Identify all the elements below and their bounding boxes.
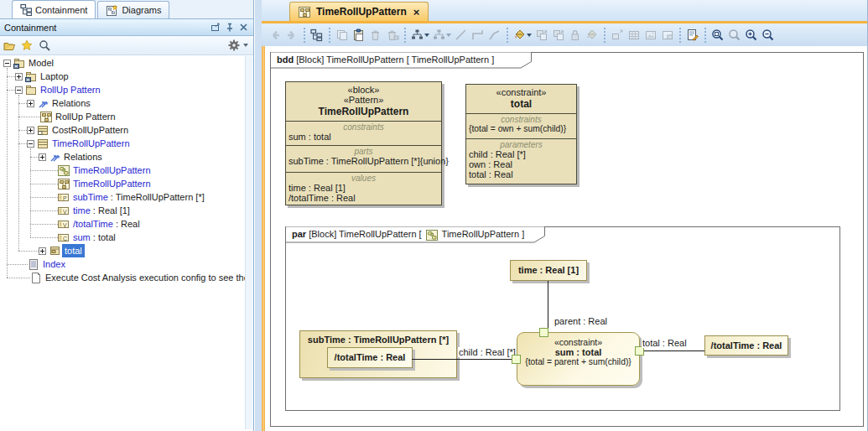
part-subtime[interactable]: subTime : TimeRollUpPattern [*] /totalTi… (299, 330, 457, 378)
to-front-icon[interactable] (533, 27, 550, 44)
package-icon (25, 70, 37, 82)
tree-item-rollup-pattern-pkg[interactable]: RollUp Pattern (0, 83, 245, 96)
float-icon[interactable] (209, 23, 221, 33)
route-icon[interactable] (431, 27, 448, 44)
expand-expander[interactable] (27, 127, 34, 134)
diagram-window: TimeRollUpPattern × (262, 0, 868, 431)
delete-from-model-icon[interactable] (384, 27, 401, 44)
window-icon[interactable] (659, 27, 676, 44)
tree-item-total-selected[interactable]: total (0, 244, 245, 257)
copy-icon[interactable] (334, 27, 351, 44)
tree-item-time[interactable]: V time : Real [1] (0, 204, 245, 217)
par-diagram-icon (58, 164, 70, 176)
panel-titlebar: Containment (0, 19, 253, 36)
tab-timerolluppattern[interactable]: TimeRollUpPattern × (289, 2, 429, 21)
lock-icon[interactable] (567, 27, 584, 44)
constraint-stereotype: «constraint» (517, 337, 639, 347)
tree-item-totaltime[interactable]: V /totalTime : Real (0, 217, 245, 231)
forward-icon[interactable] (283, 27, 300, 44)
to-back-icon[interactable] (550, 27, 567, 44)
image-icon[interactable] (642, 27, 659, 44)
compartment-label: values (286, 173, 441, 183)
style-icon[interactable] (512, 27, 528, 44)
expand-expander[interactable] (27, 100, 34, 107)
draw-line-icon[interactable] (453, 27, 470, 44)
copy-style-icon[interactable] (584, 27, 600, 44)
fit-zoom-icon[interactable] (709, 27, 726, 44)
part-time[interactable]: time : Real [1] (510, 260, 587, 281)
tree-item-relations[interactable]: Relations (0, 96, 245, 110)
open-project-icon[interactable] (3, 39, 16, 52)
value-totaltime[interactable]: /totalTime : Real (704, 335, 788, 356)
constraint-block-total[interactable]: «constraint» total constraints {total = … (465, 84, 577, 184)
bdd-frame-header: bdd [Block] TimeRollUpPattern [ TimeRoll… (270, 52, 532, 69)
constraint-item: sum : total (286, 132, 441, 142)
specification-icon[interactable] (684, 27, 701, 44)
value-item: time : Real [1] (286, 183, 441, 193)
tab-containment-label: Containment (35, 5, 87, 15)
zoom-in-icon[interactable] (743, 27, 760, 44)
block-timerolluppattern[interactable]: «block» «Pattern» TimeRollUpPattern cons… (285, 81, 442, 205)
back-icon[interactable] (267, 27, 283, 44)
diagrams-icon (106, 4, 118, 17)
parameter-port-parent[interactable] (539, 328, 548, 337)
resize-icon[interactable] (609, 27, 626, 44)
panel-splitter[interactable] (255, 0, 262, 431)
tree-item-model[interactable]: Model (0, 56, 245, 70)
tree-item-index[interactable]: Index (0, 257, 245, 271)
expand-expander[interactable] (39, 247, 46, 255)
draw-rectilinear-icon[interactable] (470, 27, 486, 44)
parameter-port-child[interactable] (512, 355, 521, 364)
tree-item-laptop[interactable]: Laptop (0, 70, 245, 83)
pin-icon[interactable] (223, 23, 235, 33)
close-icon[interactable] (237, 23, 249, 33)
bdd-diagram-icon (40, 111, 52, 122)
expand-expander[interactable] (15, 73, 23, 80)
expand-expander[interactable] (39, 153, 46, 161)
connector-child[interactable] (412, 359, 517, 360)
settings-icon[interactable] (228, 39, 240, 51)
constraint-expression: {total = parent + sum(child)} (517, 357, 639, 366)
diagram-canvas[interactable]: bdd [Block] TimeRollUpPattern [ TimeRoll… (262, 46, 867, 431)
route-caret-icon[interactable] (446, 34, 451, 37)
tree-item-execute-note[interactable]: Execute Cost Analysis execution config t… (0, 271, 245, 284)
tree-item-costrolluppattern[interactable]: CostRollUpPattern (0, 123, 245, 137)
delete-icon[interactable] (367, 27, 384, 44)
tree-item-relations-2[interactable]: Relations (0, 150, 245, 164)
paste-icon[interactable] (351, 27, 367, 44)
favorites-icon[interactable] (21, 39, 34, 52)
relations-icon (49, 151, 60, 163)
toolbar-separator (704, 28, 706, 43)
tree-item-timerolluppattern-bdd[interactable]: TimeRollUpPattern (0, 177, 245, 190)
layout-caret-icon[interactable] (424, 34, 429, 37)
tab-containment[interactable]: Containment (12, 0, 96, 18)
connector-parent[interactable] (548, 281, 548, 332)
layout-icon[interactable] (409, 27, 426, 44)
collapse-expander[interactable] (3, 60, 11, 67)
tab-diagrams[interactable]: Diagrams (97, 1, 169, 18)
containment-tree-icon[interactable] (309, 27, 325, 44)
toolbar-separator (404, 28, 406, 43)
tree-item-timerolluppattern[interactable]: TimeRollUpPattern (0, 137, 245, 150)
panel-toolbar (0, 36, 253, 55)
settings-caret-icon[interactable] (243, 44, 248, 47)
tree-item-rollup-pattern-diagram[interactable]: RollUp Pattern (0, 110, 245, 123)
tree-item-sum[interactable]: C sum : total (0, 231, 245, 244)
zoom-100-icon[interactable] (726, 27, 743, 44)
compartment-label: parameters (466, 139, 576, 149)
close-tab-icon[interactable]: × (413, 6, 420, 18)
collapse-expander[interactable] (27, 140, 34, 148)
zoom-out-icon[interactable] (760, 27, 777, 44)
search-icon[interactable] (39, 39, 51, 52)
constraint-expression: {total = own + sum(child)} (466, 124, 576, 133)
tree-item-subtime[interactable]: P subTime : TimeRollUpPattern [*] (0, 190, 245, 204)
tree-item-timerolluppattern-par[interactable]: TimeRollUpPattern (0, 164, 245, 177)
nested-totaltime[interactable]: /totalTime : Real (327, 347, 413, 368)
constraint-property-sum[interactable]: «constraint» sum : total {total = parent… (517, 332, 640, 386)
connector-total[interactable] (644, 351, 704, 351)
draw-oblique-icon[interactable] (486, 27, 503, 44)
style-caret-icon[interactable] (527, 34, 532, 37)
grid-icon[interactable] (626, 27, 642, 44)
collapse-expander[interactable] (15, 86, 23, 94)
tree-scrollbar[interactable] (245, 56, 253, 429)
